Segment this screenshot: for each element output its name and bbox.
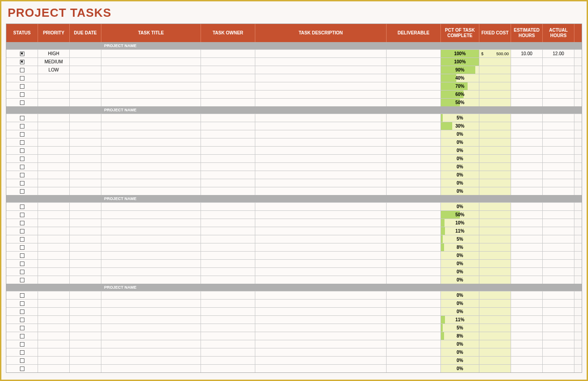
priority-cell[interactable]: MEDIUM [38,58,70,66]
status-checkbox[interactable] [20,76,24,81]
deliverable-cell[interactable] [387,114,441,122]
task-owner-cell[interactable] [201,300,255,307]
deliverable-cell[interactable] [387,155,441,162]
status-checkbox[interactable] [20,326,24,330]
task-title-cell[interactable] [101,348,201,356]
status-checkbox[interactable] [20,229,24,233]
status-cell[interactable] [6,276,38,284]
duedate-cell[interactable] [70,291,101,299]
estimated-hours-cell[interactable] [511,348,543,356]
pct-complete-cell[interactable]: 0% [441,252,479,259]
actual-hours-cell[interactable] [543,348,574,356]
duedate-cell[interactable] [70,90,101,98]
estimated-hours-cell[interactable] [511,58,543,66]
task-owner-cell[interactable] [201,260,255,267]
priority-cell[interactable] [38,243,70,251]
estimated-hours-cell[interactable] [511,171,543,179]
deliverable-cell[interactable] [387,268,441,276]
duedate-cell[interactable] [70,340,101,348]
task-title-cell[interactable] [101,211,201,219]
actual-hours-cell[interactable] [543,235,574,243]
actual-hours-cell[interactable] [543,260,574,267]
fixed-cost-cell[interactable] [479,82,511,90]
actual-hours-cell[interactable] [543,187,574,195]
actual-hours-cell[interactable] [543,114,574,122]
task-owner-cell[interactable] [201,276,255,284]
status-checkbox[interactable] [20,245,24,250]
deliverable-cell[interactable] [387,187,441,195]
duedate-cell[interactable] [70,357,101,364]
task-description-cell[interactable] [255,50,387,57]
status-cell[interactable] [6,114,38,122]
status-cell[interactable] [6,235,38,243]
priority-cell[interactable] [38,260,70,267]
duedate-cell[interactable] [70,163,101,171]
duedate-cell[interactable] [70,243,101,251]
task-owner-cell[interactable] [201,163,255,171]
deliverable-cell[interactable] [387,82,441,90]
task-title-cell[interactable] [101,82,201,90]
status-cell[interactable] [6,171,38,179]
priority-cell[interactable] [38,332,70,340]
task-description-cell[interactable] [255,340,387,348]
duedate-cell[interactable] [70,147,101,154]
duedate-cell[interactable] [70,122,101,130]
deliverable-cell[interactable] [387,122,441,130]
actual-hours-cell[interactable] [543,163,574,171]
task-owner-cell[interactable] [201,203,255,210]
deliverable-cell[interactable] [387,260,441,267]
status-checkbox[interactable] [20,367,24,371]
status-checkbox[interactable] [20,148,24,153]
pct-complete-cell[interactable]: 5% [441,235,479,243]
pct-complete-cell[interactable]: 50% [441,99,479,106]
fixed-cost-cell[interactable] [479,203,511,210]
deliverable-cell[interactable] [387,243,441,251]
deliverable-cell[interactable] [387,227,441,235]
deliverable-cell[interactable] [387,324,441,332]
status-checkbox[interactable] [20,92,24,97]
task-owner-cell[interactable] [201,268,255,276]
fixed-cost-cell[interactable] [479,291,511,299]
estimated-hours-cell[interactable] [511,187,543,195]
priority-cell[interactable] [38,187,70,195]
task-title-cell[interactable] [101,219,201,227]
task-title-cell[interactable] [101,276,201,284]
task-title-cell[interactable] [101,163,201,171]
actual-hours-cell[interactable] [543,155,574,162]
fixed-cost-cell[interactable] [479,122,511,130]
priority-cell[interactable] [38,130,70,138]
task-description-cell[interactable] [255,308,387,315]
priority-cell[interactable] [38,227,70,235]
fixed-cost-cell[interactable] [479,243,511,251]
priority-cell[interactable] [38,276,70,284]
status-cell[interactable] [6,324,38,332]
deliverable-cell[interactable] [387,90,441,98]
status-checkbox[interactable] [20,100,24,105]
priority-cell[interactable] [38,99,70,106]
task-owner-cell[interactable] [201,252,255,259]
deliverable-cell[interactable] [387,276,441,284]
priority-cell[interactable] [38,324,70,332]
fixed-cost-cell[interactable] [479,171,511,179]
task-owner-cell[interactable] [201,291,255,299]
fixed-cost-cell[interactable] [479,114,511,122]
estimated-hours-cell[interactable] [511,316,543,324]
task-description-cell[interactable] [255,163,387,171]
task-title-cell[interactable] [101,340,201,348]
fixed-cost-cell[interactable] [479,74,511,82]
deliverable-cell[interactable] [387,300,441,307]
task-description-cell[interactable] [255,187,387,195]
deliverable-cell[interactable] [387,66,441,74]
pct-complete-cell[interactable]: 90% [441,66,479,74]
status-checkbox[interactable] [20,68,24,72]
fixed-cost-cell[interactable] [479,163,511,171]
status-cell[interactable] [6,138,38,146]
estimated-hours-cell[interactable] [511,365,543,372]
estimated-hours-cell[interactable] [511,300,543,307]
fixed-cost-cell[interactable] [479,324,511,332]
priority-cell[interactable] [38,179,70,187]
duedate-cell[interactable] [70,308,101,315]
pct-complete-cell[interactable]: 5% [441,324,479,332]
fixed-cost-cell[interactable] [479,365,511,372]
task-title-cell[interactable] [101,203,201,210]
